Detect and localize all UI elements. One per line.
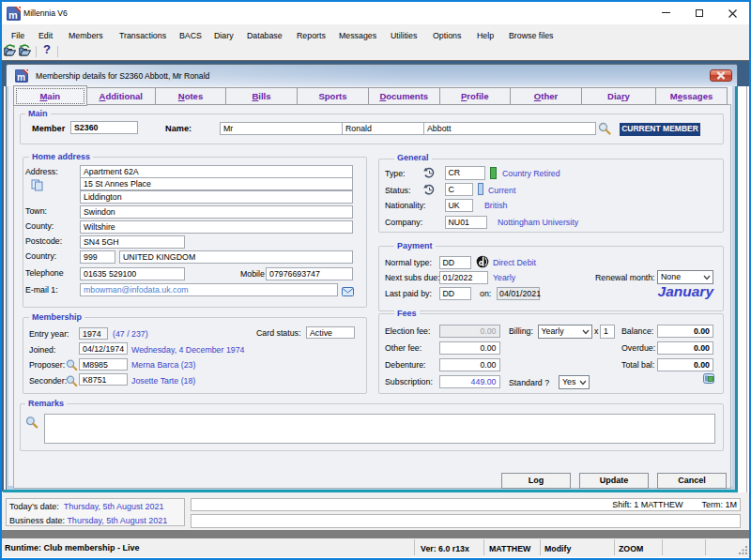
svg-text:m: m [8,9,18,21]
